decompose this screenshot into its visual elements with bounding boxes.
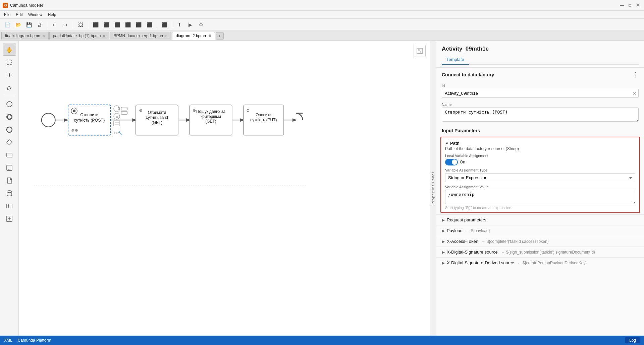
tab-close-2[interactable]: ✕ xyxy=(165,34,168,38)
menu-window[interactable]: Window xyxy=(25,12,45,18)
menu-help[interactable]: Help xyxy=(45,12,59,18)
deploy-button[interactable]: ⬆ xyxy=(175,20,184,29)
toolbar-sep-2 xyxy=(73,21,73,28)
access-token-section[interactable]: ▶ X-Access-Token ← ${completer('taskId')… xyxy=(436,236,644,247)
canvas-area[interactable]: ⚙ ✂ 🔧 Створити сутність (POST) ⚙ ⚙ Отрим… xyxy=(19,41,430,336)
variable-type-select[interactable]: String or Expression Expression Script xyxy=(445,173,635,182)
minimize-button[interactable]: — xyxy=(619,2,625,9)
path-title-text: Path xyxy=(450,141,460,146)
tab-diagram2[interactable]: diagram_2.bpmn xyxy=(172,32,215,40)
gateway-button[interactable] xyxy=(3,136,16,148)
add-tab-button[interactable]: + xyxy=(216,32,224,40)
start-event-button[interactable] xyxy=(3,98,16,110)
svg-point-6 xyxy=(7,115,11,119)
variable-value-hint: Start typing "${}" to create an expressi… xyxy=(445,205,635,210)
data-object-button[interactable] xyxy=(3,175,16,187)
properties-panel: Activity_09mth1e Template Connect to dat… xyxy=(436,41,644,336)
left-toolbar: ✋ xyxy=(0,41,19,336)
svg-point-4 xyxy=(7,101,12,107)
tab-bpmndocx[interactable]: BPMN-docx-excerpt1.bpmn ✕ xyxy=(110,32,171,40)
app-icon: ⚙ xyxy=(3,3,8,8)
close-button[interactable]: ✕ xyxy=(635,2,641,9)
log-button[interactable]: Log xyxy=(625,337,640,343)
menu-file[interactable]: File xyxy=(1,12,13,18)
toggle-container: On xyxy=(445,159,635,165)
task-button[interactable] xyxy=(3,149,16,161)
connect-section-header[interactable]: Connect to data factory ⋮ xyxy=(436,68,644,82)
digital-sig-arrow: ▶ xyxy=(442,250,445,255)
xml-label[interactable]: XML xyxy=(4,338,12,343)
svg-point-33 xyxy=(114,106,120,112)
insert-image-button[interactable]: 🖼 xyxy=(76,20,85,29)
svg-text:Створити: Створити xyxy=(80,113,99,117)
path-title[interactable]: ▼ Path xyxy=(445,141,635,146)
svg-rect-39 xyxy=(114,121,120,126)
id-input[interactable] xyxy=(442,89,639,98)
svg-text:⚙: ⚙ xyxy=(71,129,74,133)
hand-tool-button[interactable]: ✋ xyxy=(3,44,16,56)
toolbar-sep-4 xyxy=(157,21,157,28)
end-event-button[interactable] xyxy=(3,124,16,136)
align-middle-button[interactable]: ⬛ xyxy=(134,20,143,29)
name-textarea[interactable] xyxy=(442,108,639,122)
save-button[interactable]: 💾 xyxy=(24,20,34,29)
tab-close-0[interactable]: ✕ xyxy=(42,34,45,38)
subprocess-button[interactable] xyxy=(3,162,16,174)
svg-text:Оновити: Оновити xyxy=(256,113,271,117)
payload-section[interactable]: ▶ Payload ← ${payload} xyxy=(436,225,644,236)
tab-finalkdiagram[interactable]: finalkdiagram.bpmn ✕ xyxy=(1,32,49,40)
run-button[interactable]: ▶ xyxy=(185,20,195,29)
pool-button[interactable] xyxy=(3,200,16,212)
id-clear-button[interactable]: ✕ xyxy=(633,91,637,96)
main-layout: ✋ xyxy=(0,41,644,336)
digital-sig-derived-section[interactable]: ▶ X-Digital-Signature-Derived source ← $… xyxy=(436,257,644,268)
digital-sig-derived-title: X-Digital-Signature-Derived source xyxy=(447,260,514,265)
local-variable-toggle[interactable] xyxy=(445,159,458,165)
align-left-button[interactable]: ⬛ xyxy=(91,20,100,29)
app-title: Camunda Modeler xyxy=(10,3,43,8)
align-center-button[interactable]: ⬛ xyxy=(102,20,111,29)
tab-template[interactable]: Template xyxy=(442,55,469,65)
minimap-button[interactable] xyxy=(414,45,426,57)
svg-text:сутність (POST): сутність (POST) xyxy=(74,118,105,123)
title-bar-left: ⚙ Camunda Modeler xyxy=(3,3,43,8)
access-token-arrow: ▶ xyxy=(442,239,445,244)
svg-point-3 xyxy=(9,74,10,76)
undo-button[interactable]: ↩ xyxy=(50,20,59,29)
open-file-button[interactable]: 📂 xyxy=(13,20,23,29)
variable-value-textarea[interactable] xyxy=(445,190,635,204)
digital-sig-derived-value: ${createPersonPayloadDerivedKey} xyxy=(523,261,587,265)
digital-sig-arrow-sym: ← xyxy=(501,250,505,254)
svg-text:⚙: ⚙ xyxy=(246,108,250,113)
digital-sig-value: ${sign_submission('taskId').signatureDoc… xyxy=(506,250,595,255)
svg-rect-9 xyxy=(7,153,12,157)
data-store-button[interactable] xyxy=(3,187,16,199)
global-connect-button[interactable] xyxy=(3,69,16,81)
select-tool-button[interactable] xyxy=(3,56,16,68)
svg-rect-0 xyxy=(7,60,12,65)
maximize-button[interactable]: □ xyxy=(627,2,633,9)
tab-partialupdate[interactable]: partialUpdate_bp (1).bpmn ✕ xyxy=(49,32,109,40)
align-right-button[interactable]: ⬛ xyxy=(112,20,122,29)
settings-button[interactable]: ⚙ xyxy=(196,20,206,29)
menu-edit[interactable]: Edit xyxy=(13,12,25,18)
variable-type-label: Variable Assignment Type xyxy=(445,168,635,172)
save-as-button[interactable]: 🖨 xyxy=(35,20,44,29)
align-top-button[interactable]: ⬛ xyxy=(123,20,132,29)
align-bottom-button[interactable]: ⬛ xyxy=(145,20,154,29)
section-more-button[interactable]: ⋮ xyxy=(633,71,639,78)
expand-button[interactable] xyxy=(3,213,16,225)
lasso-tool-button[interactable] xyxy=(3,82,16,94)
request-params-section[interactable]: ▶ Request parameters xyxy=(436,214,644,225)
svg-rect-22 xyxy=(418,49,420,51)
new-file-button[interactable]: 📄 xyxy=(3,20,12,29)
redo-button[interactable]: ↪ xyxy=(61,20,70,29)
tab-close-1[interactable]: ✕ xyxy=(103,34,105,38)
digital-sig-section[interactable]: ▶ X-Digital-Signature source ← ${sign_su… xyxy=(436,247,644,257)
space-horizontal-button[interactable]: ⬛ xyxy=(160,20,169,29)
local-variable-label: Local Variable Assignment xyxy=(445,154,635,158)
status-bar: XML Camunda Platform Log xyxy=(0,336,644,345)
intermediate-event-button[interactable] xyxy=(3,111,16,123)
properties-panel-tab: Properties Panel xyxy=(430,41,436,336)
svg-rect-36 xyxy=(121,111,127,114)
